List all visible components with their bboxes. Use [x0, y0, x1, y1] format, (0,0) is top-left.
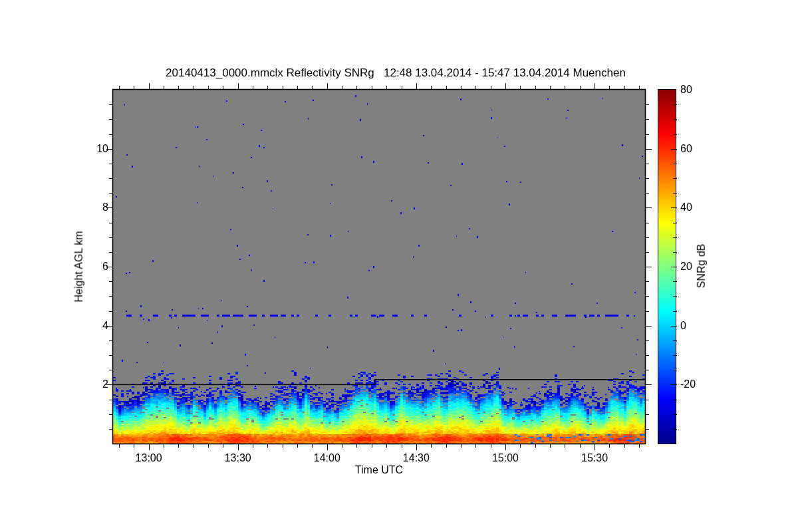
colorbar-tick-label: 40 [680, 201, 692, 213]
x-tick-label: 14:00 [306, 452, 348, 464]
radar-reflectivity-quicklook: 20140413_0000.mmclx Reflectivity SNRg 12… [0, 0, 798, 532]
x-tick-label: 13:00 [128, 452, 170, 464]
colorbar-tick-label: 20 [680, 261, 692, 273]
y-tick-label: 8 [62, 201, 108, 213]
y-tick-label: 6 [62, 261, 108, 273]
y-tick-label: 10 [62, 143, 108, 155]
y-tick-label: 4 [62, 320, 108, 332]
x-tick-label: 15:00 [484, 452, 527, 464]
x-tick-label: 14:30 [395, 452, 438, 464]
colorbar-tick-label: 80 [680, 84, 692, 96]
colorbar-label: SNRg dB [696, 244, 708, 289]
x-tick-label: 15:30 [573, 452, 616, 464]
chart-title: 20140413_0000.mmclx Reflectivity SNRg 12… [126, 66, 665, 80]
x-axis-label: Time UTC [113, 464, 645, 476]
colorbar-tick-label: -20 [680, 378, 696, 390]
colorbar-tick-label: 60 [680, 143, 692, 155]
x-tick-label: 13:30 [217, 452, 259, 464]
colorbar-tick-label: 0 [680, 320, 686, 332]
y-tick-label: 2 [62, 378, 108, 390]
